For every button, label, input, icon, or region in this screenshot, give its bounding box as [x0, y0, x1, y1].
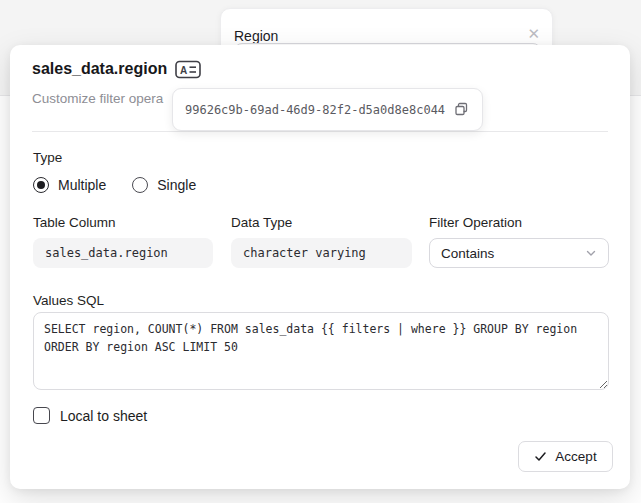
table-column-group: Table Column sales_data.region — [33, 215, 213, 268]
radio-unselected-icon — [132, 177, 148, 193]
close-icon[interactable]: ✕ — [527, 26, 540, 41]
chevron-down-icon — [585, 247, 597, 259]
filter-operation-group: Filter Operation Contains — [429, 215, 609, 268]
modal-title-row: sales_data.region A — [32, 59, 201, 79]
svg-text:A: A — [180, 65, 187, 76]
popup-title: Region — [234, 28, 278, 44]
data-type-label: Data Type — [231, 215, 412, 230]
data-type-value: character varying — [231, 238, 412, 268]
radio-selected-icon — [33, 177, 49, 193]
filter-operation-value: Contains — [441, 246, 494, 261]
type-radio-group: Multiple Single — [33, 177, 196, 193]
modal-subtitle: Customize filter opera — [32, 91, 163, 106]
radio-multiple[interactable]: Multiple — [33, 177, 106, 193]
modal-title: sales_data.region — [32, 60, 167, 78]
data-type-group: Data Type character varying — [231, 215, 412, 268]
check-icon — [534, 450, 547, 463]
screen: Region ✕ sales_data.region A Customize f… — [0, 0, 641, 503]
table-column-value: sales_data.region — [33, 238, 213, 268]
uuid-tooltip: 99626c9b-69ad-46d9-82f2-d5a0d8e8c044 — [172, 88, 483, 131]
filter-operation-select[interactable]: Contains — [429, 238, 609, 268]
rename-label-icon[interactable]: A — [175, 60, 201, 79]
divider — [32, 131, 608, 132]
values-sql-label: Values SQL — [33, 293, 104, 308]
accept-button[interactable]: Accept — [518, 441, 613, 472]
local-to-sheet-label: Local to sheet — [60, 408, 147, 424]
filter-operation-label: Filter Operation — [429, 215, 609, 230]
values-sql-textarea[interactable]: SELECT region, COUNT(*) FROM sales_data … — [33, 312, 609, 390]
local-to-sheet-option[interactable]: Local to sheet — [33, 407, 147, 424]
copy-icon[interactable] — [453, 101, 470, 118]
uuid-value: 99626c9b-69ad-46d9-82f2-d5a0d8e8c044 — [185, 103, 445, 117]
radio-single[interactable]: Single — [132, 177, 196, 193]
table-column-label: Table Column — [33, 215, 213, 230]
checkbox-unchecked-icon[interactable] — [33, 407, 50, 424]
accept-button-label: Accept — [555, 449, 596, 464]
radio-single-label: Single — [157, 177, 196, 193]
type-label: Type — [33, 150, 62, 165]
radio-multiple-label: Multiple — [58, 177, 106, 193]
